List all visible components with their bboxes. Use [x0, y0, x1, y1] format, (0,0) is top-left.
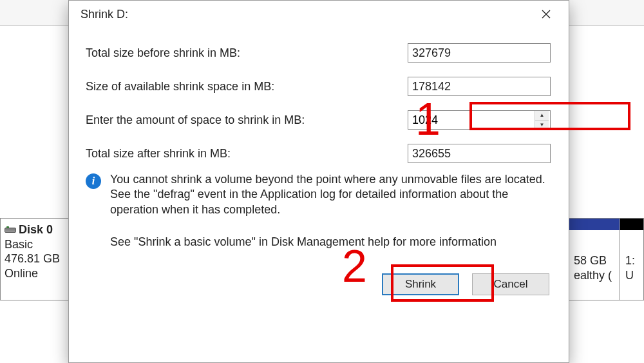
partition-line2: U	[625, 268, 639, 283]
label-total-after: Total size after shrink in MB:	[86, 147, 408, 161]
disk-icon	[5, 228, 16, 233]
button-row: Shrink Cancel	[86, 273, 552, 295]
info-text: You cannot shrink a volume beyond the po…	[110, 172, 552, 217]
row-total-after: Total size after shrink in MB: 326655	[86, 144, 552, 163]
info-block: i You cannot shrink a volume beyond the …	[86, 172, 552, 217]
partition-stripe	[569, 219, 620, 230]
row-total-before: Total size before shrink in MB: 327679	[86, 43, 552, 63]
partition-size: 58 GB	[574, 253, 616, 268]
disk-name: Disk 0	[19, 223, 53, 236]
row-available: Size of available shrink space in MB: 17…	[86, 77, 552, 96]
row-enter-amount: Enter the amount of space to shrink in M…	[86, 110, 552, 130]
value-total-after: 326655	[408, 144, 551, 163]
shrink-button[interactable]: Shrink	[382, 273, 459, 295]
value-total-before: 327679	[408, 43, 551, 63]
partition-cell[interactable]: 58 GB ealthy (	[569, 219, 620, 300]
label-enter-amount: Enter the amount of space to shrink in M…	[86, 113, 408, 127]
close-button[interactable]	[531, 4, 561, 25]
spinner-down-button[interactable]: ▼	[535, 121, 549, 130]
label-available: Size of available shrink space in MB:	[86, 80, 408, 93]
close-icon	[542, 10, 551, 19]
dialog-title: Shrink D:	[80, 8, 128, 21]
partition-cell[interactable]: 1: U	[620, 219, 643, 300]
partition-line1: 1:	[625, 253, 639, 268]
value-available: 178142	[408, 77, 551, 96]
cancel-button[interactable]: Cancel	[472, 273, 549, 295]
shrink-volume-dialog: Shrink D: Total size before shrink in MB…	[68, 0, 569, 363]
spinner-up-button[interactable]: ▲	[535, 111, 549, 121]
shrink-amount-spinner[interactable]: ▲ ▼	[408, 110, 551, 130]
shrink-amount-input[interactable]	[408, 111, 535, 129]
help-text: See "Shrink a basic volume" in Disk Mana…	[110, 235, 552, 249]
partition-stripe	[620, 219, 643, 230]
titlebar: Shrink D:	[69, 1, 569, 28]
partition-status: ealthy (	[574, 268, 616, 283]
label-total-before: Total size before shrink in MB:	[86, 46, 408, 60]
info-icon: i	[86, 173, 101, 189]
dialog-content: Total size before shrink in MB: 327679 S…	[69, 28, 569, 302]
